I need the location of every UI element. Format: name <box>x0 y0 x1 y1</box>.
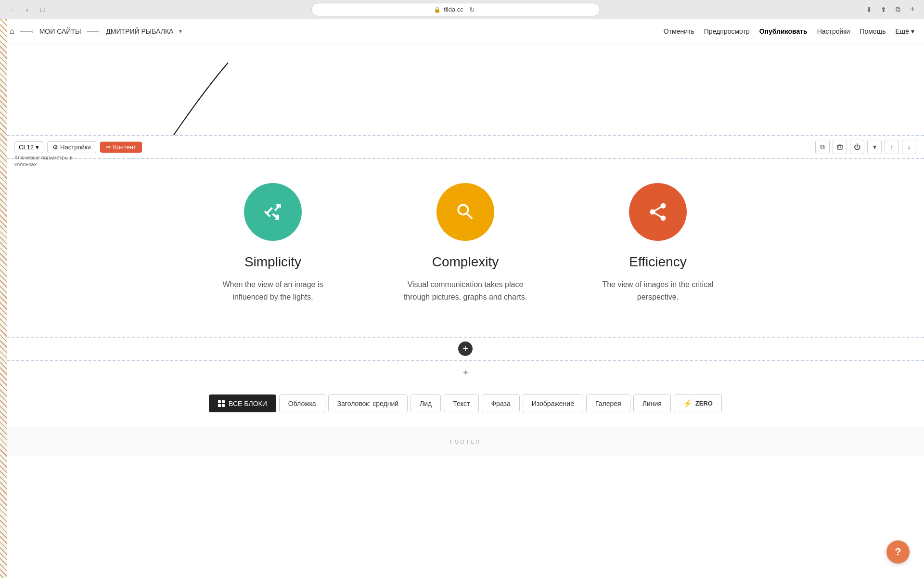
simplicity-icon-circle <box>244 183 302 241</box>
preview-button[interactable]: Предпросмотр <box>704 27 750 35</box>
delete-block-button[interactable] <box>833 140 847 154</box>
column-simplicity: Simplicity When the view of an image is … <box>177 183 369 303</box>
add-block-row: + <box>7 337 924 361</box>
gear-icon: ⚙ <box>52 144 58 151</box>
footer-area: FOOTER <box>7 427 924 456</box>
breadcrumb-sep-2: ——› <box>87 28 100 35</box>
all-blocks-button[interactable]: ВСЕ БЛОКИ <box>209 394 276 412</box>
breadcrumb-site-name[interactable]: ДМИТРИЙ РЫБАЛКА <box>106 27 173 35</box>
efficiency-title: Efficiency <box>629 254 686 270</box>
cancel-button[interactable]: Отменить <box>664 27 694 35</box>
star-row: ✦ <box>7 361 924 385</box>
complexity-title: Complexity <box>432 254 499 270</box>
top-area <box>7 43 924 135</box>
settings-nav-button[interactable]: Настройки <box>817 27 850 35</box>
breadcrumb-sep-1: ——› <box>20 28 34 35</box>
breadcrumb-my-sites[interactable]: МОИ САЙТЫ <box>39 27 81 35</box>
three-columns: Simplicity When the view of an image is … <box>177 183 754 303</box>
cover-button[interactable]: Обложка <box>279 394 325 412</box>
app-header: ⌂ ——› МОИ САЙТЫ ——› ДМИТРИЙ РЫБАЛКА ▾ От… <box>0 19 924 43</box>
back-button[interactable]: ‹ <box>6 4 17 15</box>
toggle-block-button[interactable]: ⏻ <box>850 140 864 154</box>
new-tab-button[interactable]: + <box>907 4 918 15</box>
browser-chrome: ‹ › □ 🔒 tilda.cc ↻ ⬇ ⬆ ⧉ + <box>0 0 924 19</box>
shuffle-icon <box>262 201 283 223</box>
block-id-label: CL12 <box>19 144 34 151</box>
footer-label: FOOTER <box>450 439 481 445</box>
lead-button[interactable]: Лид <box>411 394 441 412</box>
zero-button[interactable]: ⚡ ZERO <box>674 394 722 412</box>
move-up-button[interactable]: ↑ <box>885 140 899 154</box>
main-content: CL12 ▾ ⚙ Настройки ✏ Контент Ключевые па… <box>7 43 924 578</box>
text-button[interactable]: Текст <box>444 394 479 412</box>
block-content-button[interactable]: ✏ Контент <box>100 142 142 153</box>
simplicity-title: Simplicity <box>244 254 301 270</box>
star-icon: ✦ <box>462 368 469 378</box>
zero-bolt-icon: ⚡ <box>683 399 693 408</box>
efficiency-description: The view of images in the critical persp… <box>590 278 725 303</box>
svg-rect-1 <box>837 145 842 149</box>
simplicity-description: When the view of an image is influenced … <box>205 278 340 303</box>
breadcrumb: ⌂ ——› МОИ САЙТЫ ——› ДМИТРИЙ РЫБАЛКА ▾ <box>10 27 664 36</box>
efficiency-icon-circle <box>629 183 687 241</box>
phrase-button[interactable]: Фраза <box>482 394 519 412</box>
complexity-icon-circle <box>436 183 494 241</box>
help-button[interactable]: ? <box>886 540 910 564</box>
block-picker: ВСЕ БЛОКИ Обложка Заголовок: средний Лид… <box>7 385 924 422</box>
block-settings-button[interactable]: ⚙ Настройки <box>47 141 96 153</box>
column-complexity: Complexity Visual communication takes pl… <box>369 183 562 303</box>
more-button[interactable]: Ещё ▾ <box>895 27 914 35</box>
publish-button[interactable]: Опубликовать <box>759 27 808 35</box>
duplicate-tab-icon[interactable]: ⧉ <box>892 4 904 15</box>
lock-icon: 🔒 <box>434 6 441 13</box>
line-button[interactable]: Линия <box>633 394 671 412</box>
block-id-dropdown-icon: ▾ <box>36 144 39 151</box>
share-icon <box>647 201 668 223</box>
reload-button[interactable]: ↻ <box>466 4 478 15</box>
forward-button[interactable]: › <box>21 4 33 15</box>
header-nav: Отменить Предпросмотр Опубликовать Настр… <box>664 27 914 35</box>
copy-block-button[interactable]: ⧉ <box>815 140 830 154</box>
block-description: Ключевые параметры в колонках <box>14 154 73 168</box>
grid-icon <box>218 400 225 407</box>
tab-view-button[interactable]: □ <box>37 4 48 15</box>
home-icon[interactable]: ⌂ <box>10 27 14 36</box>
cl12-panel: Simplicity When the view of an image is … <box>7 159 924 322</box>
add-block-button[interactable]: + <box>458 342 473 356</box>
gallery-button[interactable]: Галерея <box>586 394 630 412</box>
address-bar[interactable]: 🔒 tilda.cc ↻ <box>311 3 600 16</box>
share-browser-icon[interactable]: ⬆ <box>878 4 889 15</box>
move-down-button[interactable]: ↓ <box>902 140 916 154</box>
pencil-icon: ✏ <box>106 144 111 151</box>
search-icon <box>455 201 476 223</box>
browser-actions: ⬇ ⬆ ⧉ + <box>863 4 918 15</box>
heading-medium-button[interactable]: Заголовок: средний <box>328 394 408 412</box>
block-toolbar-right: ⧉ ⏻ ▾ ↑ ↓ <box>815 140 916 154</box>
breadcrumb-dropdown-button[interactable]: ▾ <box>179 28 182 35</box>
url-text: tilda.cc <box>444 6 463 13</box>
more-block-button[interactable]: ▾ <box>867 140 882 154</box>
download-icon[interactable]: ⬇ <box>863 4 875 15</box>
left-pattern <box>0 19 7 578</box>
complexity-description: Visual communication takes place through… <box>398 278 533 303</box>
column-efficiency: Efficiency The view of images in the cri… <box>562 183 754 303</box>
help-nav-button[interactable]: Помощь <box>860 27 886 35</box>
block-toolbar: CL12 ▾ ⚙ Настройки ✏ Контент Ключевые па… <box>7 135 924 159</box>
block-id-button[interactable]: CL12 ▾ <box>14 141 43 153</box>
image-button[interactable]: Изображение <box>523 394 583 412</box>
